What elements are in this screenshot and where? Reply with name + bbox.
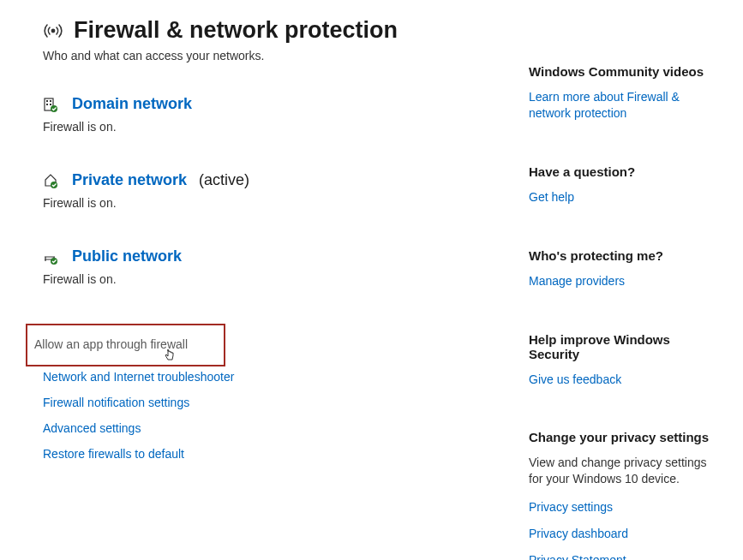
bench-icon: [43, 248, 60, 265]
privacy-statement-link[interactable]: Privacy Statement: [529, 552, 719, 560]
svg-point-8: [51, 258, 57, 265]
svg-point-6: [51, 105, 57, 112]
svg-rect-5: [50, 104, 51, 105]
allow-app-label: Allow an app through firewall: [34, 337, 188, 351]
help-improve-heading: Help improve Windows Security: [529, 332, 719, 361]
network-private: Private network (active) Firewall is on.: [43, 171, 494, 210]
svg-rect-3: [50, 100, 51, 102]
privacy-heading: Change your privacy settings: [529, 430, 719, 444]
private-network-link[interactable]: Private network: [72, 171, 187, 189]
private-network-status: Firewall is on.: [43, 196, 494, 210]
antenna-icon: [43, 21, 63, 41]
have-question-heading: Have a question?: [529, 164, 719, 179]
advanced-settings-link[interactable]: Advanced settings: [43, 421, 494, 435]
public-network-status: Firewall is on.: [43, 272, 494, 286]
community-videos-heading: Windows Community videos: [529, 64, 719, 79]
public-network-link[interactable]: Public network: [72, 247, 182, 265]
svg-point-0: [51, 29, 54, 32]
firewall-notification-settings-link[interactable]: Firewall notification settings: [43, 396, 494, 409]
allow-app-through-firewall-link[interactable]: Allow an app through firewall: [26, 324, 225, 366]
svg-point-7: [51, 182, 57, 188]
get-help-link[interactable]: Get help: [529, 189, 719, 206]
privacy-dashboard-link[interactable]: Privacy dashboard: [529, 526, 719, 542]
privacy-settings-link[interactable]: Privacy settings: [529, 499, 719, 515]
building-icon: [43, 96, 60, 113]
network-troubleshooter-link[interactable]: Network and Internet troubleshooter: [43, 370, 494, 384]
svg-rect-4: [46, 104, 48, 105]
domain-network-link[interactable]: Domain network: [72, 95, 192, 113]
learn-more-link[interactable]: Learn more about Firewall & network prot…: [529, 89, 719, 122]
domain-network-status: Firewall is on.: [43, 120, 494, 134]
restore-defaults-link[interactable]: Restore firewalls to default: [43, 447, 494, 461]
house-icon: [43, 172, 60, 189]
page-title: Firewall & network protection: [74, 17, 398, 44]
manage-providers-link[interactable]: Manage providers: [529, 273, 719, 289]
privacy-text: View and change privacy settings for you…: [529, 455, 719, 487]
svg-rect-2: [46, 100, 48, 102]
private-network-active: (active): [199, 171, 249, 189]
network-domain: Domain network Firewall is on.: [43, 95, 494, 134]
protecting-me-heading: Who's protecting me?: [529, 248, 719, 263]
page-subtitle: Who and what can access your networks.: [43, 49, 494, 63]
network-public: Public network Firewall is on.: [43, 247, 494, 286]
give-feedback-link[interactable]: Give us feedback: [529, 372, 719, 388]
